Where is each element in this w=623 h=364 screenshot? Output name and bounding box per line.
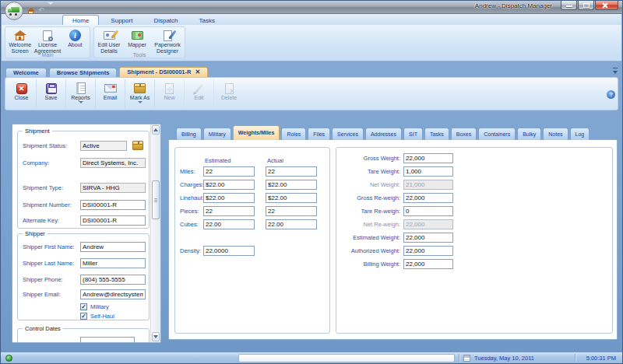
mark-as-button[interactable]: Mark As [125, 79, 155, 108]
map-icon [132, 31, 143, 40]
shipper-phone-field[interactable] [80, 275, 146, 285]
tab-sit[interactable]: SIT [403, 128, 423, 140]
scroll-down-icon[interactable] [152, 332, 160, 341]
control-date-field[interactable] [80, 337, 135, 343]
about-button[interactable]: i About [62, 28, 89, 53]
minimize-button[interactable] [561, 1, 577, 10]
scroll-up-icon[interactable] [152, 125, 160, 135]
tab-files[interactable]: Files [308, 128, 330, 140]
ribbon-tab-support[interactable]: Support [101, 16, 142, 25]
save-button[interactable]: Save [37, 79, 66, 108]
gross-reweigh-field[interactable] [403, 193, 453, 203]
alternate-key-field[interactable] [80, 215, 146, 226]
tab-billing[interactable]: Billing [176, 128, 202, 140]
mapper-button[interactable]: Mapper [123, 28, 151, 53]
tab-services[interactable]: Services [332, 128, 364, 140]
shipment-status-field[interactable] [80, 141, 127, 151]
shipper-email-field[interactable] [80, 289, 146, 299]
tab-list-dropdown-icon[interactable] [613, 68, 618, 74]
billing-weight-field[interactable] [403, 259, 453, 269]
status-bar: Tuesday, May 10, 2011 5:00:31 PM [1, 352, 622, 363]
new-button[interactable]: New [155, 79, 185, 108]
reports-icon [76, 82, 86, 94]
maximize-button[interactable] [578, 1, 594, 10]
tab-weights-miles[interactable]: Weights/Miles [233, 125, 280, 140]
user-card-icon [104, 31, 115, 40]
paperwork-designer-button[interactable]: Paperwork Designer [151, 28, 184, 53]
customize-toolbar-icon[interactable] [48, 2, 53, 19]
cubes-estimated-field[interactable] [203, 219, 255, 229]
tab-boxes[interactable]: Boxes [451, 128, 477, 140]
density-field[interactable] [203, 246, 255, 256]
calendar-icon [463, 355, 470, 362]
tare-reweigh-field[interactable] [403, 206, 453, 216]
doc-tab-welcome[interactable]: Welcome [5, 68, 47, 77]
net-reweigh-field[interactable] [403, 219, 453, 229]
window-controls [561, 1, 618, 10]
document-tab-strip: Welcome Browse Shipments Shipment - DSI0… [5, 67, 618, 77]
mark-as-dropdown-icon [138, 101, 143, 103]
shipper-first-name-field[interactable] [80, 242, 146, 252]
estimated-weight-field[interactable] [403, 233, 453, 243]
ribbon-tab-tasks[interactable]: Tasks [190, 16, 224, 25]
tab-bulky[interactable]: Bulky [517, 128, 541, 140]
ribbon-tab-dispatch[interactable]: Dispatch [144, 16, 187, 25]
doc-tab-browse-shipments[interactable]: Browse Shipments [49, 68, 118, 77]
license-agreement-button[interactable]: License Agreement [33, 28, 61, 53]
status-divider [459, 354, 459, 362]
ribbon-tab-home[interactable]: Home [62, 15, 99, 25]
tab-addresses[interactable]: Addresses [365, 128, 402, 140]
shipment-sidebar: Shipment Shipment Status: Company: Shipm… [12, 124, 161, 343]
close-tab-icon[interactable]: ✕ [195, 69, 200, 75]
app-menu-button[interactable] [5, 2, 23, 20]
welcome-screen-button[interactable]: Welcome Screen [6, 28, 33, 53]
linehaul-estimated-field[interactable] [203, 193, 255, 203]
paperwork-icon [164, 30, 172, 41]
email-button[interactable]: Email [96, 79, 125, 108]
weights-groupbox: Gross Weight: Tare Weight: Net Weight: G… [336, 147, 613, 334]
welcome-screen-icon [14, 30, 26, 41]
company-field[interactable] [80, 158, 146, 168]
tab-roles[interactable]: Roles [281, 128, 306, 140]
reports-button[interactable]: Reports [66, 79, 96, 108]
tab-containers[interactable]: Containers [478, 128, 516, 140]
delete-button[interactable]: ✕ Delete [214, 79, 244, 108]
home-icon[interactable] [27, 8, 34, 14]
sidebar-scrollbar[interactable] [150, 124, 160, 342]
authorized-weight-field[interactable] [403, 246, 453, 256]
gross-weight-field[interactable] [403, 153, 453, 163]
close-window-button[interactable] [595, 1, 618, 10]
edit-user-details-button[interactable]: Edit User Details [95, 28, 123, 53]
weights-miles-panel: Estimated Actual Miles: Charges: Linehau… [168, 139, 618, 340]
miles-estimated-field[interactable] [203, 166, 255, 177]
edit-button[interactable]: Edit [185, 79, 214, 108]
pieces-estimated-field[interactable] [203, 206, 255, 216]
status-date: Tuesday, May 10, 2011 [474, 355, 534, 362]
charges-actual-field[interactable] [266, 180, 317, 190]
shipment-number-field[interactable] [80, 200, 146, 210]
scrollbar-thumb[interactable] [152, 180, 160, 219]
cubes-actual-field[interactable] [266, 219, 317, 229]
tab-notes[interactable]: Notes [543, 128, 568, 140]
package-icon [132, 141, 143, 150]
ribbon-group-tools: Edit User Details Mapper Paperwork Desig… [93, 26, 185, 58]
help-icon[interactable]: ? [607, 90, 615, 99]
tab-military[interactable]: Military [203, 128, 231, 140]
self-haul-checkbox[interactable]: ✓ Self-Haul [80, 313, 114, 320]
tab-log[interactable]: Log [570, 128, 590, 140]
shipper-last-name-field[interactable] [80, 258, 146, 268]
shipment-type-field[interactable] [80, 183, 146, 193]
miles-actual-field[interactable] [266, 166, 317, 177]
charges-estimated-field[interactable] [203, 180, 255, 190]
tare-weight-field[interactable] [403, 166, 453, 177]
tab-tasks[interactable]: Tasks [424, 128, 449, 140]
linehaul-actual-field[interactable] [266, 193, 317, 203]
status-time: 5:00:31 PM [586, 355, 616, 362]
shipment-toolbar: ✕ Close Save Reports Email Mark As New E… [5, 77, 618, 110]
military-checkbox[interactable]: ✓ Military [80, 303, 109, 310]
close-shipment-button[interactable]: ✕ Close [7, 79, 37, 108]
pieces-actual-field[interactable] [266, 206, 317, 216]
undo-icon[interactable]: ↶ [38, 7, 44, 14]
doc-tab-shipment[interactable]: Shipment - DSI00001-R ✕ [119, 67, 208, 77]
net-weight-field[interactable] [403, 180, 453, 190]
